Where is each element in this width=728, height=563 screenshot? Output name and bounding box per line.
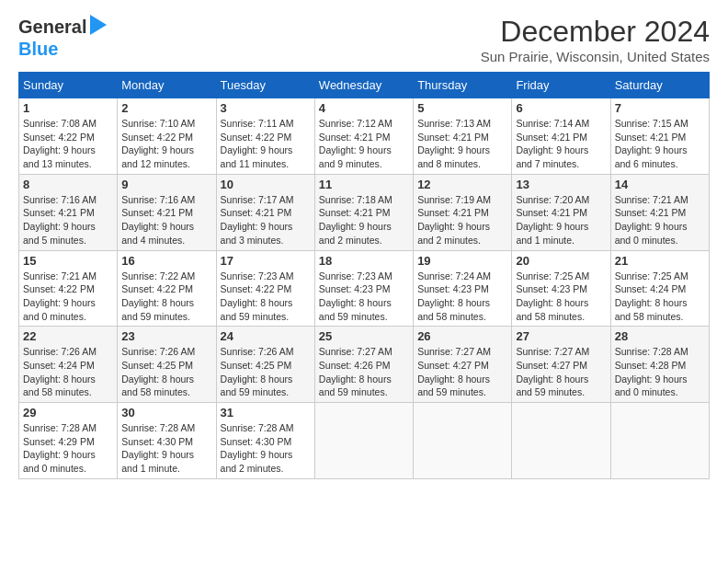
month-title: December 2024	[481, 15, 710, 49]
table-row: 2Sunrise: 7:10 AMSunset: 4:22 PMDaylight…	[118, 98, 216, 175]
table-row: 7Sunrise: 7:15 AMSunset: 4:21 PMDaylight…	[610, 98, 709, 175]
header: General Blue December 2024 Sun Prairie, …	[18, 15, 710, 64]
day-info: Sunrise: 7:23 AMSunset: 4:23 PMDaylight:…	[319, 270, 409, 324]
day-info: Sunrise: 7:08 AMSunset: 4:22 PMDaylight:…	[23, 117, 113, 171]
day-number: 28	[615, 329, 705, 343]
day-number: 24	[221, 329, 311, 343]
day-info: Sunrise: 7:21 AMSunset: 4:21 PMDaylight:…	[615, 193, 705, 247]
day-info: Sunrise: 7:17 AMSunset: 4:21 PMDaylight:…	[221, 193, 311, 247]
calendar-week-row: 29Sunrise: 7:28 AMSunset: 4:29 PMDayligh…	[19, 403, 710, 479]
table-row: 11Sunrise: 7:18 AMSunset: 4:21 PMDayligh…	[314, 174, 413, 250]
day-info: Sunrise: 7:18 AMSunset: 4:21 PMDaylight:…	[319, 193, 409, 247]
calendar-week-row: 22Sunrise: 7:26 AMSunset: 4:24 PMDayligh…	[19, 327, 710, 403]
table-row: 26Sunrise: 7:27 AMSunset: 4:27 PMDayligh…	[414, 327, 512, 403]
day-number: 13	[516, 178, 606, 191]
table-row: 20Sunrise: 7:25 AMSunset: 4:23 PMDayligh…	[512, 250, 610, 327]
day-number: 23	[121, 329, 211, 343]
day-number: 9	[121, 178, 211, 191]
table-row: 24Sunrise: 7:26 AMSunset: 4:25 PMDayligh…	[216, 327, 314, 403]
logo-general-text: General	[18, 17, 86, 38]
table-row: 1Sunrise: 7:08 AMSunset: 4:22 PMDaylight…	[19, 98, 118, 175]
day-number: 21	[615, 254, 705, 268]
table-row: 16Sunrise: 7:22 AMSunset: 4:22 PMDayligh…	[118, 250, 216, 327]
day-number: 8	[23, 178, 113, 191]
day-number: 18	[319, 254, 409, 268]
col-tuesday: Tuesday	[216, 73, 314, 98]
table-row	[512, 403, 610, 479]
table-row: 14Sunrise: 7:21 AMSunset: 4:21 PMDayligh…	[610, 174, 709, 250]
logo-arrow-icon	[90, 15, 107, 39]
day-info: Sunrise: 7:28 AMSunset: 4:30 PMDaylight:…	[221, 421, 311, 476]
title-block: December 2024 Sun Prairie, Wisconsin, Un…	[481, 15, 710, 64]
day-number: 26	[417, 329, 507, 343]
day-info: Sunrise: 7:11 AMSunset: 4:22 PMDaylight:…	[221, 117, 311, 171]
table-row: 13Sunrise: 7:20 AMSunset: 4:21 PMDayligh…	[512, 174, 610, 250]
table-row: 27Sunrise: 7:27 AMSunset: 4:27 PMDayligh…	[512, 327, 610, 403]
day-info: Sunrise: 7:24 AMSunset: 4:23 PMDaylight:…	[417, 270, 507, 324]
table-row	[610, 403, 709, 479]
table-row: 18Sunrise: 7:23 AMSunset: 4:23 PMDayligh…	[314, 250, 413, 327]
day-info: Sunrise: 7:21 AMSunset: 4:22 PMDaylight:…	[23, 270, 113, 324]
col-wednesday: Wednesday	[314, 73, 413, 98]
table-row	[414, 403, 512, 479]
col-saturday: Saturday	[610, 73, 709, 98]
calendar-header-row: Sunday Monday Tuesday Wednesday Thursday…	[19, 73, 710, 98]
day-info: Sunrise: 7:26 AMSunset: 4:25 PMDaylight:…	[221, 345, 311, 399]
day-number: 30	[121, 406, 211, 419]
day-info: Sunrise: 7:22 AMSunset: 4:22 PMDaylight:…	[121, 270, 211, 324]
table-row: 29Sunrise: 7:28 AMSunset: 4:29 PMDayligh…	[19, 403, 118, 479]
day-info: Sunrise: 7:14 AMSunset: 4:21 PMDaylight:…	[516, 117, 606, 171]
day-info: Sunrise: 7:28 AMSunset: 4:29 PMDaylight:…	[23, 421, 113, 476]
table-row: 31Sunrise: 7:28 AMSunset: 4:30 PMDayligh…	[216, 403, 314, 479]
day-info: Sunrise: 7:16 AMSunset: 4:21 PMDaylight:…	[23, 193, 113, 247]
day-number: 29	[23, 406, 113, 419]
day-info: Sunrise: 7:15 AMSunset: 4:21 PMDaylight:…	[615, 117, 705, 171]
calendar-week-row: 8Sunrise: 7:16 AMSunset: 4:21 PMDaylight…	[19, 174, 710, 250]
calendar-week-row: 1Sunrise: 7:08 AMSunset: 4:22 PMDaylight…	[19, 98, 710, 175]
day-number: 19	[417, 254, 507, 268]
day-number: 20	[516, 254, 606, 268]
day-info: Sunrise: 7:28 AMSunset: 4:28 PMDaylight:…	[615, 345, 705, 399]
table-row	[314, 403, 413, 479]
table-row: 15Sunrise: 7:21 AMSunset: 4:22 PMDayligh…	[19, 250, 118, 327]
col-monday: Monday	[118, 73, 216, 98]
day-info: Sunrise: 7:19 AMSunset: 4:21 PMDaylight:…	[417, 193, 507, 247]
day-number: 7	[615, 101, 705, 115]
table-row: 4Sunrise: 7:12 AMSunset: 4:21 PMDaylight…	[314, 98, 413, 175]
table-row: 22Sunrise: 7:26 AMSunset: 4:24 PMDayligh…	[19, 327, 118, 403]
day-number: 15	[23, 254, 113, 268]
day-info: Sunrise: 7:13 AMSunset: 4:21 PMDaylight:…	[417, 117, 507, 171]
day-info: Sunrise: 7:20 AMSunset: 4:21 PMDaylight:…	[516, 193, 606, 247]
day-info: Sunrise: 7:26 AMSunset: 4:25 PMDaylight:…	[121, 345, 211, 399]
col-sunday: Sunday	[19, 73, 118, 98]
day-info: Sunrise: 7:26 AMSunset: 4:24 PMDaylight:…	[23, 345, 113, 399]
table-row: 5Sunrise: 7:13 AMSunset: 4:21 PMDaylight…	[414, 98, 512, 175]
table-row: 19Sunrise: 7:24 AMSunset: 4:23 PMDayligh…	[414, 250, 512, 327]
day-number: 2	[121, 101, 211, 115]
table-row: 9Sunrise: 7:16 AMSunset: 4:21 PMDaylight…	[118, 174, 216, 250]
table-row: 30Sunrise: 7:28 AMSunset: 4:30 PMDayligh…	[118, 403, 216, 479]
day-number: 4	[319, 101, 409, 115]
day-info: Sunrise: 7:23 AMSunset: 4:22 PMDaylight:…	[221, 270, 311, 324]
table-row: 21Sunrise: 7:25 AMSunset: 4:24 PMDayligh…	[610, 250, 709, 327]
day-info: Sunrise: 7:25 AMSunset: 4:24 PMDaylight:…	[615, 270, 705, 324]
table-row: 25Sunrise: 7:27 AMSunset: 4:26 PMDayligh…	[314, 327, 413, 403]
day-number: 5	[417, 101, 507, 115]
col-thursday: Thursday	[414, 73, 512, 98]
day-number: 22	[23, 329, 113, 343]
day-number: 11	[319, 178, 409, 191]
day-info: Sunrise: 7:10 AMSunset: 4:22 PMDaylight:…	[121, 117, 211, 171]
day-info: Sunrise: 7:27 AMSunset: 4:27 PMDaylight:…	[516, 345, 606, 399]
table-row: 12Sunrise: 7:19 AMSunset: 4:21 PMDayligh…	[414, 174, 512, 250]
svg-marker-0	[90, 15, 107, 35]
location: Sun Prairie, Wisconsin, United States	[481, 49, 710, 64]
day-number: 27	[516, 329, 606, 343]
day-number: 3	[221, 101, 311, 115]
logo-blue-text: Blue	[18, 39, 58, 59]
col-friday: Friday	[512, 73, 610, 98]
day-number: 10	[221, 178, 311, 191]
day-number: 6	[516, 101, 606, 115]
table-row: 10Sunrise: 7:17 AMSunset: 4:21 PMDayligh…	[216, 174, 314, 250]
day-info: Sunrise: 7:28 AMSunset: 4:30 PMDaylight:…	[121, 421, 211, 476]
calendar-table: Sunday Monday Tuesday Wednesday Thursday…	[18, 72, 710, 479]
